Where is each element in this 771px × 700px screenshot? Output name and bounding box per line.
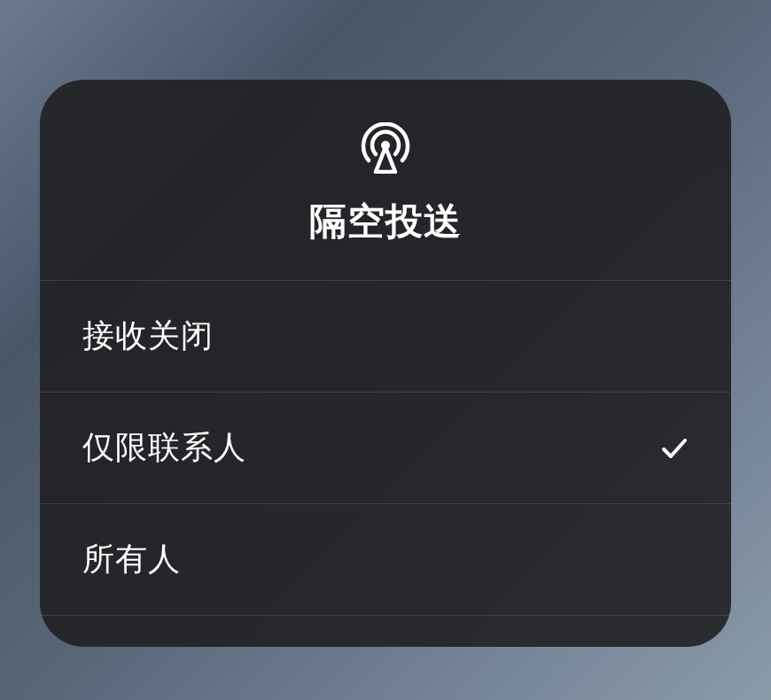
airdrop-settings-panel: 隔空投送 接收关闭 仅限联系人 所有人 bbox=[40, 80, 731, 647]
panel-title: 隔空投送 bbox=[309, 197, 462, 246]
option-contacts-only[interactable]: 仅限联系人 bbox=[40, 393, 731, 504]
airdrop-icon bbox=[354, 122, 417, 174]
option-list: 接收关闭 仅限联系人 所有人 bbox=[40, 281, 731, 616]
option-label: 接收关闭 bbox=[82, 315, 214, 358]
option-label: 所有人 bbox=[82, 538, 181, 581]
option-everyone[interactable]: 所有人 bbox=[40, 504, 731, 616]
checkmark-icon bbox=[660, 434, 689, 463]
option-label: 仅限联系人 bbox=[82, 426, 246, 470]
panel-header: 隔空投送 bbox=[40, 80, 731, 281]
option-receiving-off[interactable]: 接收关闭 bbox=[40, 281, 731, 393]
